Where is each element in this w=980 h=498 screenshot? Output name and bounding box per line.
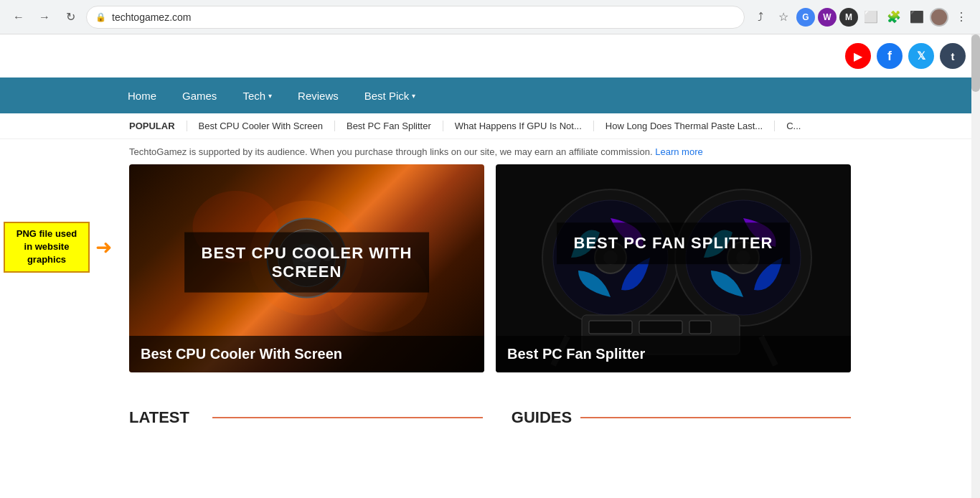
menu-button[interactable]: ⋮ bbox=[951, 7, 971, 27]
card-fan-title: Best PC Fan Splitter bbox=[496, 336, 851, 372]
forward-button[interactable]: → bbox=[34, 7, 55, 27]
wallet-avatar[interactable]: W bbox=[818, 8, 837, 27]
latest-divider-line bbox=[212, 417, 483, 418]
share-button[interactable]: ⤴ bbox=[750, 7, 771, 27]
guides-divider-line bbox=[580, 417, 851, 418]
gmail-avatar[interactable]: M bbox=[839, 8, 858, 27]
browser-toolbar-right: ⤴ ☆ G W M ⬜ 🧩 ⬛ ⋮ bbox=[750, 7, 971, 27]
youtube-button[interactable]: ▶ bbox=[845, 43, 871, 69]
youtube-icon: ▶ bbox=[854, 50, 862, 63]
screenshot-button[interactable]: ⬜ bbox=[861, 7, 881, 27]
nav-reviews[interactable]: Reviews bbox=[285, 77, 352, 113]
card-cpu-overlay: BEST CPU COOLER WITH SCREEN bbox=[184, 232, 430, 293]
popular-label: POPULAR bbox=[129, 121, 175, 131]
learn-more-link[interactable]: Learn more bbox=[655, 146, 702, 157]
popular-link-3[interactable]: How Long Does Thermal Paste Last... bbox=[593, 121, 774, 131]
latest-label: LATEST bbox=[129, 408, 189, 427]
tumblr-icon: t bbox=[951, 50, 955, 62]
popular-bar: POPULAR Best CPU Cooler With Screen Best… bbox=[0, 113, 980, 139]
address-bar[interactable]: 🔒 techtogamez.com bbox=[86, 6, 745, 29]
scrollbar-thumb[interactable] bbox=[971, 34, 980, 92]
affiliate-text: TechtoGamez is supported by its audience… bbox=[129, 146, 653, 157]
svg-rect-16 bbox=[639, 321, 682, 334]
best-pick-dropdown-icon: ▾ bbox=[412, 92, 415, 100]
puzzle-button[interactable]: 🧩 bbox=[884, 7, 904, 27]
annotation-text: PNG file used in website graphics bbox=[17, 228, 77, 265]
nav-home[interactable]: Home bbox=[115, 77, 169, 113]
profile-avatar[interactable] bbox=[930, 8, 948, 27]
facebook-icon: f bbox=[887, 49, 892, 64]
card-cpu-title: Best CPU Cooler With Screen bbox=[129, 336, 484, 372]
popular-link-2[interactable]: What Happens If GPU Is Not... bbox=[443, 121, 593, 131]
annotation-arrow-icon: ➜ bbox=[95, 235, 112, 259]
scrollbar[interactable] bbox=[971, 34, 980, 434]
browser-chrome: ← → ↻ 🔒 techtogamez.com ⤴ ☆ G W M ⬜ 🧩 ⬛ … bbox=[0, 0, 980, 34]
content-area: PNG file used in website graphics ➜ bbox=[0, 164, 980, 434]
social-bar: ▶ f 𝕏 t bbox=[0, 34, 980, 77]
annotation: PNG file used in website graphics ➜ bbox=[4, 222, 112, 273]
back-button[interactable]: ← bbox=[9, 7, 29, 27]
guides-label: GUIDES bbox=[512, 408, 572, 427]
main-nav: Home Games Tech ▾ Reviews Best Pick ▾ bbox=[0, 77, 980, 113]
lock-icon: 🔒 bbox=[95, 12, 106, 22]
website: ▶ f 𝕏 t Home Games Tech ▾ Reviews Best P… bbox=[0, 34, 980, 434]
refresh-button[interactable]: ↻ bbox=[60, 7, 80, 27]
card-fan-overlay-line1: BEST PC FAN SPLITTER bbox=[574, 234, 773, 253]
nav-games[interactable]: Games bbox=[169, 77, 230, 113]
bookmark-button[interactable]: ☆ bbox=[773, 7, 793, 27]
popular-link-4[interactable]: C... bbox=[774, 121, 812, 131]
nav-tech[interactable]: Tech ▾ bbox=[230, 77, 285, 113]
affiliate-notice: TechtoGamez is supported by its audience… bbox=[0, 139, 980, 164]
nav-best-pick-label: Best Pick bbox=[364, 90, 410, 102]
latest-guides: LATEST GUIDES bbox=[129, 394, 851, 434]
twitter-button[interactable]: 𝕏 bbox=[908, 43, 934, 69]
svg-rect-15 bbox=[589, 321, 632, 334]
cards-grid: PNG file used in website graphics ➜ bbox=[129, 164, 851, 372]
tech-dropdown-icon: ▾ bbox=[268, 92, 272, 100]
popular-link-1[interactable]: Best PC Fan Splitter bbox=[334, 121, 443, 131]
sidebar-button[interactable]: ⬛ bbox=[907, 7, 927, 27]
card-fan-overlay: BEST PC FAN SPLITTER bbox=[557, 222, 791, 264]
nav-tech-label: Tech bbox=[242, 90, 265, 102]
card-cpu-overlay-line1: BEST CPU COOLER WITH bbox=[202, 244, 413, 263]
card-cpu-overlay-line2: SCREEN bbox=[202, 263, 413, 281]
facebook-button[interactable]: f bbox=[877, 43, 903, 69]
annotation-box: PNG file used in website graphics bbox=[4, 222, 90, 273]
tumblr-button[interactable]: t bbox=[940, 43, 966, 69]
url-text: techtogamez.com bbox=[112, 11, 735, 23]
nav-best-pick[interactable]: Best Pick ▾ bbox=[352, 77, 429, 113]
twitter-icon: 𝕏 bbox=[917, 50, 925, 62]
card-fan-splitter[interactable]: BEST PC FAN SPLITTER Best PC Fan Splitte… bbox=[496, 164, 851, 372]
card-cpu-cooler[interactable]: BEST CPU COOLER WITH SCREEN Best CPU Coo… bbox=[129, 164, 484, 372]
svg-rect-17 bbox=[689, 321, 711, 334]
popular-link-0[interactable]: Best CPU Cooler With Screen bbox=[187, 121, 334, 131]
google-avatar[interactable]: G bbox=[796, 8, 815, 27]
